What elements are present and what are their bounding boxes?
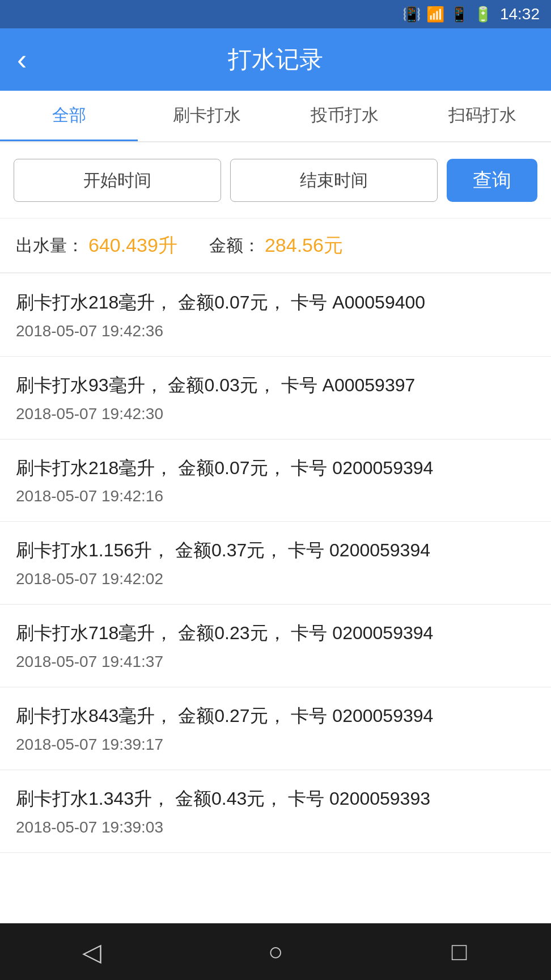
record-title-5: 刷卡打水843毫升， 金额0.27元， 卡号 0200059394 (16, 703, 535, 729)
record-item-1[interactable]: 刷卡打水93毫升， 金额0.03元， 卡号 A000593972018-05-0… (0, 357, 551, 440)
record-time-4: 2018-05-07 19:41:37 (16, 653, 535, 671)
battery-icon: 🔋 (474, 6, 492, 23)
vibrate-icon: 📳 (402, 6, 421, 23)
filter-row: 开始时间 结束时间 查询 (0, 143, 551, 218)
record-title-1: 刷卡打水93毫升， 金额0.03元， 卡号 A00059397 (16, 373, 535, 398)
record-time-6: 2018-05-07 19:39:03 (16, 818, 535, 837)
record-title-0: 刷卡打水218毫升， 金额0.07元， 卡号 A00059400 (16, 290, 535, 315)
record-title-4: 刷卡打水718毫升， 金额0.23元， 卡号 0200059394 (16, 620, 535, 646)
tab-all[interactable]: 全部 (0, 91, 138, 141)
money-label: 金额： (209, 234, 260, 257)
start-time-button[interactable]: 开始时间 (14, 159, 221, 202)
query-button[interactable]: 查询 (447, 159, 537, 202)
page-title: 打水记录 (228, 44, 323, 75)
record-item-0[interactable]: 刷卡打水218毫升， 金额0.07元， 卡号 A000594002018-05-… (0, 274, 551, 357)
record-item-6[interactable]: 刷卡打水1.343升， 金额0.43元， 卡号 02000593932018-0… (0, 770, 551, 853)
recent-nav-icon[interactable]: □ (436, 929, 482, 974)
status-icons: 📳 📶 📱 🔋 (402, 6, 492, 23)
app-header: ‹ 打水记录 (0, 28, 551, 91)
tab-bar: 全部 刷卡打水 投币打水 扫码打水 (0, 91, 551, 142)
sim-icon: 📱 (450, 6, 468, 23)
record-item-4[interactable]: 刷卡打水718毫升， 金额0.23元， 卡号 02000593942018-05… (0, 605, 551, 687)
back-nav-icon[interactable]: ◁ (69, 929, 115, 974)
back-button[interactable]: ‹ (17, 45, 27, 74)
record-time-2: 2018-05-07 19:42:16 (16, 487, 535, 505)
record-title-6: 刷卡打水1.343升， 金额0.43元， 卡号 0200059393 (16, 786, 535, 812)
bottom-navigation: ◁ ○ □ (0, 923, 551, 980)
record-title-2: 刷卡打水218毫升， 金额0.07元， 卡号 0200059394 (16, 455, 535, 481)
record-time-5: 2018-05-07 19:39:17 (16, 736, 535, 754)
record-item-2[interactable]: 刷卡打水218毫升， 金额0.07元， 卡号 02000593942018-05… (0, 440, 551, 522)
money-value: 284.56元 (265, 233, 343, 259)
home-nav-icon[interactable]: ○ (253, 929, 298, 974)
record-time-1: 2018-05-07 19:42:30 (16, 405, 535, 423)
record-item-3[interactable]: 刷卡打水1.156升， 金额0.37元， 卡号 02000593942018-0… (0, 522, 551, 605)
tab-coin[interactable]: 投币打水 (276, 91, 413, 141)
summary-row: 出水量： 640.439升 金额： 284.56元 (0, 219, 551, 273)
record-item-5[interactable]: 刷卡打水843毫升， 金额0.27元， 卡号 02000593942018-05… (0, 687, 551, 770)
status-bar: 📳 📶 📱 🔋 14:32 (0, 0, 551, 28)
water-value: 640.439升 (88, 233, 177, 259)
tab-card[interactable]: 刷卡打水 (138, 91, 276, 141)
wifi-icon: 📶 (426, 6, 444, 23)
record-time-3: 2018-05-07 19:42:02 (16, 570, 535, 588)
record-time-0: 2018-05-07 19:42:36 (16, 322, 535, 340)
status-time: 14:32 (500, 5, 540, 23)
record-list: 刷卡打水218毫升， 金额0.07元， 卡号 A000594002018-05-… (0, 274, 551, 923)
tab-scan[interactable]: 扫码打水 (413, 91, 551, 141)
end-time-button[interactable]: 结束时间 (230, 159, 438, 202)
record-title-3: 刷卡打水1.156升， 金额0.37元， 卡号 0200059394 (16, 538, 535, 563)
water-label: 出水量： (16, 234, 84, 257)
